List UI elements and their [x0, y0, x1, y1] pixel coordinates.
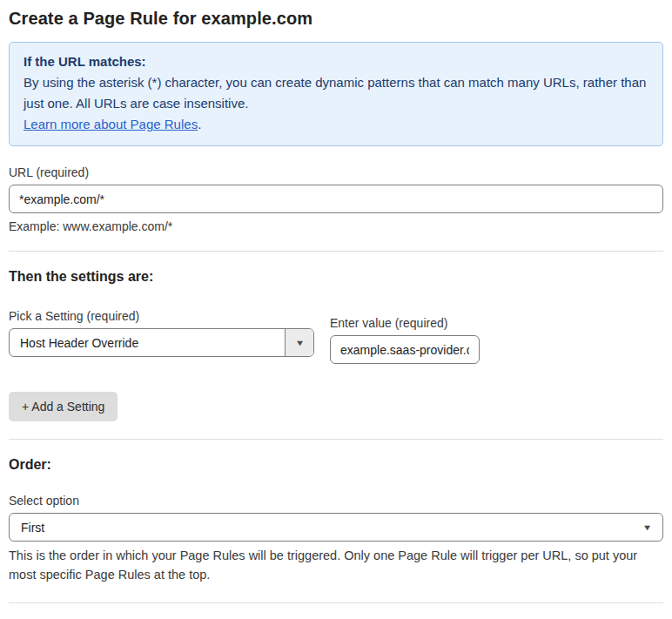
page-rule-form: Create a Page Rule for example.com If th…	[0, 0, 672, 619]
setting-dropdown[interactable]: Host Header Override ▼	[9, 328, 314, 357]
info-box-link-line: Learn more about Page Rules.	[24, 114, 648, 135]
info-box-body: By using the asterisk (*) character, you…	[24, 72, 648, 114]
url-field-label: URL (required)	[9, 165, 663, 179]
order-section-heading: Order:	[9, 457, 663, 473]
setting-dropdown-button[interactable]: ▼	[285, 329, 313, 356]
learn-more-link[interactable]: Learn more about Page Rules	[24, 117, 198, 131]
settings-row: Pick a Setting (required) Host Header Ov…	[9, 309, 663, 364]
enter-value-label: Enter value (required)	[330, 316, 480, 330]
divider	[9, 602, 663, 603]
url-input[interactable]	[9, 185, 663, 213]
divider	[9, 251, 663, 252]
pick-setting-block: Pick a Setting (required) Host Header Ov…	[9, 309, 314, 364]
order-helper-text: This is the order in which your Page Rul…	[9, 547, 663, 585]
info-box-heading: If the URL matches:	[24, 51, 648, 72]
order-select-value: First	[21, 521, 44, 535]
pick-setting-label: Pick a Setting (required)	[9, 309, 314, 323]
order-select[interactable]: First ▼	[9, 513, 663, 542]
order-select-label: Select option	[9, 494, 663, 508]
url-helper-text: Example: www.example.com/*	[9, 219, 663, 233]
add-setting-button[interactable]: + Add a Setting	[9, 392, 118, 421]
settings-section-heading: Then the settings are:	[9, 269, 663, 285]
setting-dropdown-value: Host Header Override	[10, 329, 285, 356]
divider	[9, 439, 663, 440]
enter-value-block: Enter value (required)	[330, 316, 480, 364]
url-field-block: URL (required) Example: www.example.com/…	[9, 165, 663, 233]
chevron-down-icon: ▼	[642, 523, 653, 532]
setting-value-input[interactable]	[330, 335, 480, 364]
url-match-info-box: If the URL matches: By using the asteris…	[9, 42, 663, 146]
chevron-down-icon: ▼	[294, 339, 305, 347]
page-title: Create a Page Rule for example.com	[9, 9, 663, 29]
link-suffix: .	[198, 117, 201, 131]
